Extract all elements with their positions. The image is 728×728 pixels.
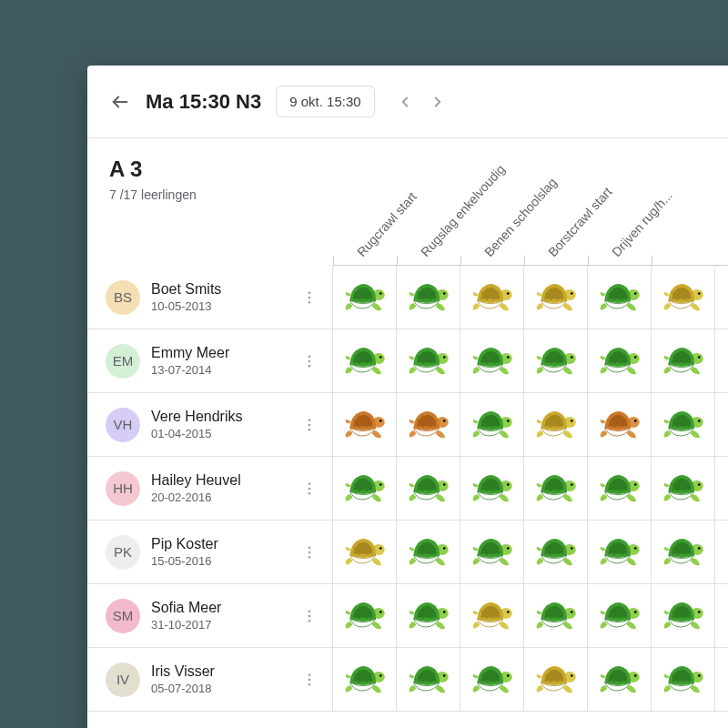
skill-column-header[interactable]: Rugslag enkelvoudig bbox=[397, 138, 460, 265]
kebab-icon[interactable] bbox=[298, 343, 321, 379]
student-name: Iris Visser bbox=[151, 663, 287, 680]
svg-point-78 bbox=[308, 619, 311, 622]
turtle-icon bbox=[343, 534, 387, 571]
kebab-icon[interactable] bbox=[298, 470, 321, 507]
student-cell[interactable]: PKPip Koster15-05-2016 bbox=[87, 521, 333, 583]
turtle-icon bbox=[662, 279, 705, 316]
student-cell[interactable]: SMSofia Meer31-10-2017 bbox=[87, 584, 333, 647]
kebab-icon[interactable] bbox=[298, 279, 321, 316]
rating-cell[interactable] bbox=[588, 648, 652, 711]
rating-cell[interactable] bbox=[652, 457, 715, 520]
rating-cell[interactable] bbox=[588, 457, 652, 520]
turtle-icon bbox=[534, 343, 578, 379]
rating-cell[interactable] bbox=[652, 521, 715, 583]
prev-date-button[interactable] bbox=[389, 86, 420, 117]
kebab-icon[interactable] bbox=[298, 662, 321, 698]
svg-point-37 bbox=[442, 420, 445, 422]
rating-cell[interactable] bbox=[524, 457, 588, 520]
rating-cell[interactable] bbox=[397, 648, 460, 711]
svg-point-3 bbox=[308, 300, 311, 303]
rating-cell[interactable] bbox=[333, 393, 397, 456]
rating-cell[interactable] bbox=[588, 584, 652, 647]
turtle-icon bbox=[598, 343, 642, 379]
rating-cell[interactable] bbox=[652, 584, 715, 647]
skill-column-header[interactable]: Drijven rug/h... bbox=[588, 138, 652, 265]
turtle-icon bbox=[343, 279, 387, 316]
rating-cell[interactable] bbox=[333, 648, 397, 711]
skill-column-header[interactable]: Benen schoolslag bbox=[460, 138, 524, 265]
avatar: HH bbox=[106, 471, 140, 506]
rating-cell[interactable] bbox=[588, 393, 652, 456]
avatar: SM bbox=[106, 599, 140, 633]
next-date-button[interactable] bbox=[422, 86, 453, 117]
turtle-icon bbox=[598, 470, 642, 507]
turtle-icon bbox=[662, 470, 705, 507]
rating-cell[interactable] bbox=[588, 266, 652, 329]
rating-cell[interactable] bbox=[397, 521, 460, 583]
skill-column-header[interactable]: Rugcrawl start bbox=[333, 138, 397, 265]
rating-cell[interactable] bbox=[460, 648, 524, 711]
rating-cell[interactable] bbox=[460, 393, 524, 456]
rating-cell[interactable] bbox=[524, 393, 588, 456]
rating-cell[interactable] bbox=[460, 457, 524, 520]
svg-point-84 bbox=[506, 611, 509, 613]
student-dob: 10-05-2013 bbox=[151, 299, 287, 313]
rating-cell[interactable] bbox=[652, 393, 715, 456]
group-header: A 3 7 /17 leerlingen bbox=[87, 138, 333, 266]
skill-column-header[interactable]: Borstcrawl start bbox=[524, 138, 588, 265]
rating-cell[interactable] bbox=[397, 393, 460, 456]
svg-point-56 bbox=[570, 483, 572, 486]
svg-point-30 bbox=[697, 356, 700, 359]
svg-point-101 bbox=[570, 674, 572, 677]
svg-point-80 bbox=[379, 611, 381, 613]
rating-cell[interactable] bbox=[397, 329, 460, 392]
date-nav bbox=[389, 86, 453, 117]
back-icon[interactable] bbox=[109, 91, 131, 113]
rating-cell[interactable] bbox=[333, 266, 397, 329]
rating-cell[interactable] bbox=[524, 521, 588, 583]
student-row: IVIris Visser05-07-2018 bbox=[87, 648, 728, 712]
kebab-icon[interactable] bbox=[298, 598, 321, 634]
student-cell[interactable]: BSBoet Smits10-05-2013 bbox=[87, 266, 333, 329]
student-row: EMEmmy Meer13-07-2014 bbox=[87, 329, 728, 393]
rating-cell[interactable] bbox=[397, 584, 460, 647]
kebab-icon[interactable] bbox=[298, 407, 321, 443]
turtle-icon bbox=[598, 534, 642, 571]
student-dob: 05-07-2018 bbox=[151, 682, 287, 695]
rating-cell[interactable] bbox=[652, 648, 715, 711]
rating-cell[interactable] bbox=[333, 329, 397, 392]
kebab-icon[interactable] bbox=[298, 534, 321, 571]
date-picker[interactable]: 9 okt. 15:30 bbox=[276, 86, 374, 117]
svg-point-18 bbox=[308, 364, 311, 367]
turtle-icon bbox=[470, 598, 514, 634]
turtle-icon bbox=[534, 407, 578, 443]
rating-cell[interactable] bbox=[397, 457, 460, 520]
student-dob: 01-04-2015 bbox=[151, 427, 287, 440]
rating-cell[interactable] bbox=[460, 329, 524, 392]
svg-point-62 bbox=[308, 551, 311, 553]
rating-cell[interactable] bbox=[460, 584, 524, 647]
svg-point-77 bbox=[308, 614, 311, 617]
rating-cell[interactable] bbox=[588, 521, 652, 583]
svg-point-2 bbox=[308, 296, 311, 298]
student-cell[interactable]: IVIris Visser05-07-2018 bbox=[87, 648, 333, 711]
rating-cell[interactable] bbox=[652, 329, 715, 392]
rating-cell[interactable] bbox=[524, 584, 588, 647]
rating-cell[interactable] bbox=[524, 648, 588, 711]
rating-cell[interactable] bbox=[460, 521, 524, 583]
skill-column-header[interactable] bbox=[652, 138, 715, 265]
rating-cell[interactable] bbox=[524, 329, 588, 392]
rating-cell[interactable] bbox=[333, 584, 397, 647]
rating-cell[interactable] bbox=[588, 329, 652, 392]
svg-point-69 bbox=[506, 547, 509, 550]
rating-cell[interactable] bbox=[397, 266, 460, 329]
rating-cell[interactable] bbox=[333, 457, 397, 520]
rating-cell[interactable] bbox=[524, 266, 588, 329]
student-cell[interactable]: EMEmmy Meer13-07-2014 bbox=[87, 329, 333, 392]
rating-cell[interactable] bbox=[460, 266, 524, 329]
rating-cell[interactable] bbox=[652, 266, 715, 329]
student-cell[interactable]: VHVere Hendriks01-04-2015 bbox=[87, 393, 333, 456]
student-cell[interactable]: HHHailey Heuvel20-02-2016 bbox=[87, 457, 333, 520]
rating-cell[interactable] bbox=[333, 521, 397, 583]
turtle-icon bbox=[662, 534, 705, 571]
